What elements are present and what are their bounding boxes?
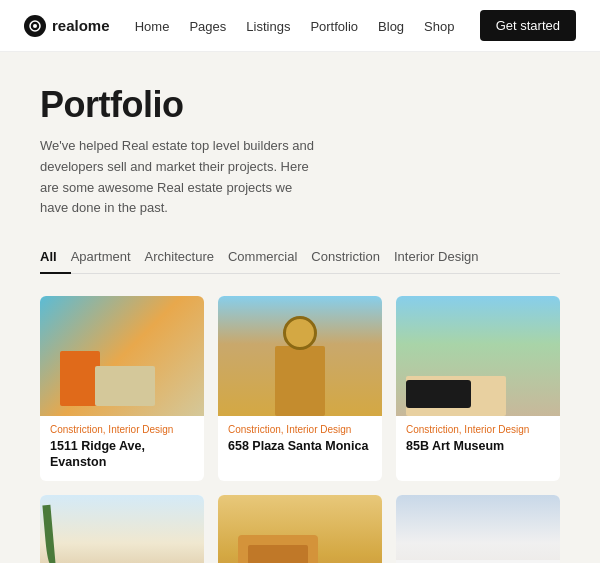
filter-all[interactable]: All bbox=[40, 241, 71, 274]
get-started-button[interactable]: Get started bbox=[480, 10, 576, 41]
card-image-4 bbox=[40, 495, 204, 563]
filter-commercial[interactable]: Commercial bbox=[228, 241, 311, 274]
portfolio-card-5[interactable]: Constriction, Interior Design Desert San… bbox=[218, 495, 382, 563]
filter-tabs: All Apartment Architecture Commercial Co… bbox=[40, 241, 560, 274]
page-description: We've helped Real estate top level build… bbox=[40, 136, 320, 219]
portfolio-card-4[interactable]: Constriction, Interior Design Palm Villa… bbox=[40, 495, 204, 563]
main-content: Portfolio We've helped Real estate top l… bbox=[0, 52, 600, 563]
card-info-3: Constriction, Interior Design 85B Art Mu… bbox=[396, 416, 560, 464]
logo-mark bbox=[24, 15, 46, 37]
nav-portfolio[interactable]: Portfolio bbox=[310, 19, 358, 34]
filter-apartment[interactable]: Apartment bbox=[71, 241, 145, 274]
portfolio-card-1[interactable]: Constriction, Interior Design 1511 Ridge… bbox=[40, 296, 204, 481]
logo-text: realome bbox=[52, 17, 110, 34]
card-image-1 bbox=[40, 296, 204, 416]
card-tags-2: Constriction, Interior Design bbox=[228, 424, 372, 435]
portfolio-card-2[interactable]: Constriction, Interior Design 658 Plaza … bbox=[218, 296, 382, 481]
nav-links: Home Pages Listings Portfolio Blog Shop bbox=[135, 17, 455, 35]
page-title: Portfolio bbox=[40, 84, 560, 126]
card-image-6 bbox=[396, 495, 560, 563]
filter-architecture[interactable]: Architecture bbox=[145, 241, 228, 274]
card-info-2: Constriction, Interior Design 658 Plaza … bbox=[218, 416, 382, 464]
card-title-1: 1511 Ridge Ave, Evanston bbox=[50, 438, 194, 471]
card-title-3: 85B Art Museum bbox=[406, 438, 550, 454]
svg-point-1 bbox=[33, 24, 37, 28]
nav-shop[interactable]: Shop bbox=[424, 19, 454, 34]
logo[interactable]: realome bbox=[24, 15, 110, 37]
nav-listings[interactable]: Listings bbox=[246, 19, 290, 34]
nav-home[interactable]: Home bbox=[135, 19, 170, 34]
portfolio-grid: Constriction, Interior Design 1511 Ridge… bbox=[40, 296, 560, 563]
card-image-3 bbox=[396, 296, 560, 416]
portfolio-card-3[interactable]: Constriction, Interior Design 85B Art Mu… bbox=[396, 296, 560, 481]
card-tags-3: Constriction, Interior Design bbox=[406, 424, 550, 435]
navbar: realome Home Pages Listings Portfolio Bl… bbox=[0, 0, 600, 52]
nav-pages[interactable]: Pages bbox=[189, 19, 226, 34]
card-title-2: 658 Plaza Santa Monica bbox=[228, 438, 372, 454]
portfolio-card-6[interactable]: Constriction, Interior Design Cavalier G… bbox=[396, 495, 560, 563]
card-image-5 bbox=[218, 495, 382, 563]
card-image-2 bbox=[218, 296, 382, 416]
nav-blog[interactable]: Blog bbox=[378, 19, 404, 34]
filter-constriction[interactable]: Constriction bbox=[311, 241, 394, 274]
card-info-1: Constriction, Interior Design 1511 Ridge… bbox=[40, 416, 204, 481]
filter-interior-design[interactable]: Interior Design bbox=[394, 241, 493, 274]
card-tags-1: Constriction, Interior Design bbox=[50, 424, 194, 435]
